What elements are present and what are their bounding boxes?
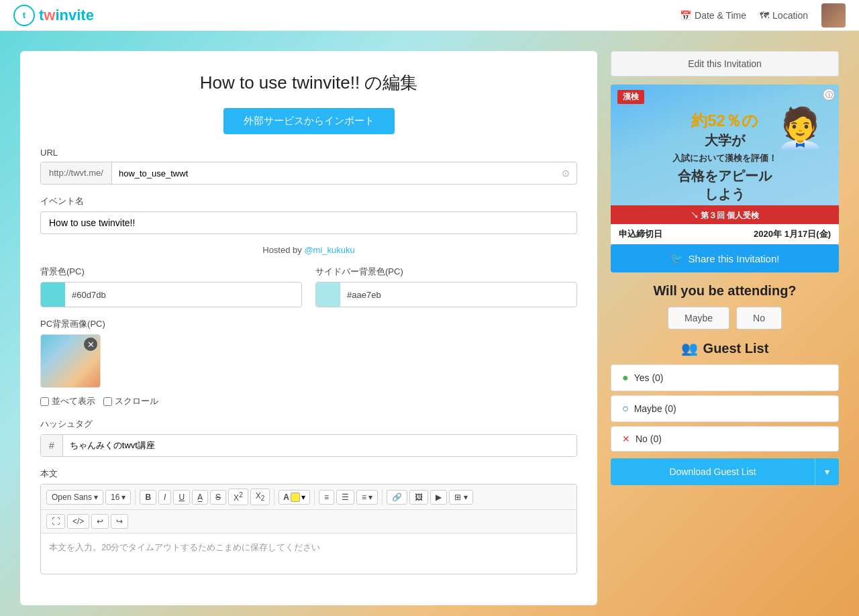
download-guest-list-btn[interactable]: Download Guest List [611, 458, 815, 485]
host-link[interactable]: @mi_kukuku [304, 245, 354, 255]
yes-count: Yes (0) [634, 372, 664, 383]
sidebar-color-value: #aae7eb [340, 285, 388, 305]
highlight-btn[interactable]: A̲ [192, 490, 208, 505]
guest-yes-item: ● Yes (0) [611, 364, 839, 391]
editor-placeholder: 本文を入力。20分でタイムアウトするためこまめに保存してください [49, 542, 320, 552]
undo-btn[interactable]: ↩ [91, 514, 109, 529]
toolbar-sep-2 [274, 489, 274, 505]
bg-image-section: PC背景画像(PC) ✕ 並べて表示 スクロール [40, 318, 577, 407]
download-dropdown-btn[interactable]: ▾ [815, 458, 839, 485]
ad-date: 2020年 1月17日(金) [754, 228, 831, 240]
ad-character: 🧑‍💼 [775, 105, 825, 152]
url-check-icon: ⊙ [555, 162, 576, 184]
color-btn[interactable]: A ▾ [279, 490, 310, 505]
ad-deadline: 申込締切日 [619, 228, 662, 240]
calendar-icon: 📅 [680, 10, 691, 21]
maybe-count: Maybe (0) [634, 403, 676, 414]
main-container: How to use twinvite!! の編集 外部サービスからインポート … [20, 51, 839, 605]
bg-color-swatch[interactable] [41, 283, 65, 307]
avatar[interactable] [821, 3, 846, 28]
video-btn[interactable]: ▶ [430, 490, 447, 505]
editor-toolbar: Open Sans ▾ 16 ▾ B I U A̲ S X2 X2 A [41, 484, 576, 510]
link-btn[interactable]: 🔗 [387, 490, 407, 505]
sidebar-color-swatch[interactable] [316, 283, 340, 307]
bg-image-remove-btn[interactable]: ✕ [84, 338, 97, 351]
left-panel: How to use twinvite!! の編集 外部サービスからインポート … [20, 51, 597, 605]
event-name-label: イベント名 [40, 195, 577, 207]
image-btn[interactable]: 🖼 [409, 490, 428, 505]
sidebar-color-label: サイドバー背景色(PC) [315, 266, 577, 278]
subscript-btn[interactable]: X2 [250, 489, 270, 505]
underline-btn[interactable]: U [173, 490, 190, 505]
font-select[interactable]: Open Sans ▾ [46, 490, 103, 505]
colors-section: 背景色(PC) #60d7db サイドバー背景色(PC) #aae7eb [40, 266, 577, 307]
tile-checkbox-label[interactable]: 並べて表示 [40, 395, 95, 407]
toolbar-sep-4 [382, 489, 383, 505]
map-icon: 🗺 [760, 10, 769, 21]
toolbar-sep-1 [135, 489, 136, 505]
event-name-section: イベント名 [40, 195, 577, 234]
no-count: No (0) [636, 433, 662, 444]
yes-dot: ● [622, 372, 629, 384]
import-button[interactable]: 外部サービスからインポート [223, 108, 395, 134]
url-input[interactable] [112, 162, 555, 184]
size-select[interactable]: 16 ▾ [105, 490, 131, 505]
body-section: 本文 Open Sans ▾ 16 ▾ B I U A̲ S X2 X [40, 468, 577, 574]
download-btn-group: Download Guest List ▾ [611, 458, 839, 485]
page-title: How to use twinvite!! の編集 [40, 71, 577, 95]
italic-btn[interactable]: I [158, 490, 171, 505]
superscript-btn[interactable]: X2 [228, 489, 248, 505]
hashtag-input[interactable] [63, 435, 576, 456]
hosted-by: Hosted by @mi_kukuku [40, 245, 577, 255]
strikethrough-btn[interactable]: S [210, 490, 226, 505]
bg-color-section: 背景色(PC) #60d7db [40, 266, 302, 307]
no-btn[interactable]: No [736, 307, 782, 329]
logo-text: twinvite [39, 7, 94, 24]
bg-image-thumb: ✕ [40, 334, 101, 388]
scroll-checkbox-label[interactable]: スクロール [103, 395, 158, 407]
sidebar-color-section: サイドバー背景色(PC) #aae7eb [315, 266, 577, 307]
twitter-icon: 🐦 [670, 252, 683, 264]
bg-color-input-group: #60d7db [40, 282, 302, 307]
guest-list-title: 👥 Guest List [611, 340, 839, 356]
redo-btn[interactable]: ↪ [111, 514, 128, 529]
hashtag-group: # [40, 434, 577, 457]
edit-invitation-btn[interactable]: Edit this Invitation [611, 51, 839, 76]
event-name-input[interactable] [40, 211, 577, 234]
guest-list-section: 👥 Guest List ● Yes (0) ○ Maybe (0) ✕ No … [611, 340, 839, 485]
align-btn[interactable]: ≡ ▾ [356, 490, 378, 505]
url-label: URL [40, 148, 577, 158]
url-prefix: http://twvt.me/ [41, 162, 112, 184]
ol-btn[interactable]: ☰ [336, 490, 354, 505]
no-dot: ✕ [622, 433, 630, 444]
hashtag-prefix: # [41, 435, 63, 456]
editor-body[interactable]: 本文を入力。20分でタイムアウトするためこまめに保存してください [41, 533, 576, 574]
attending-title: Will you be attending? [611, 283, 839, 299]
nav-datetime[interactable]: 📅 Date & Time [680, 10, 746, 21]
ad-bottom-label: ↘ 第３回 個人受検 [611, 207, 839, 224]
image-options: 並べて表示 スクロール [40, 395, 577, 407]
fullscreen-btn[interactable]: ⛶ [46, 514, 65, 529]
ad-line5: しよう [617, 185, 832, 203]
table-btn[interactable]: ⊞ ▾ [449, 490, 472, 505]
share-btn[interactable]: 🐦 Share this Invitation! [611, 244, 839, 272]
logo-icon: t [13, 5, 35, 26]
bg-color-label: 背景色(PC) [40, 266, 302, 278]
ad-info-btn[interactable]: ⓘ [823, 89, 835, 101]
editor-toolbar-row2: ⛶ </> ↩ ↪ [41, 510, 576, 533]
guest-no-item: ✕ No (0) [611, 426, 839, 452]
ul-btn[interactable]: ≡ [319, 490, 334, 505]
attending-buttons: Maybe No [611, 307, 839, 329]
guests-icon: 👥 [681, 340, 698, 356]
nav-location[interactable]: 🗺 Location [760, 10, 808, 21]
tile-checkbox[interactable] [40, 397, 49, 406]
code-btn[interactable]: </> [67, 514, 89, 529]
bold-btn[interactable]: B [140, 490, 156, 505]
url-section: URL http://twvt.me/ ⊙ [40, 148, 577, 185]
ad-line3: 入試において漢検を評価！ [617, 152, 832, 164]
maybe-btn[interactable]: Maybe [668, 307, 729, 329]
maybe-dot: ○ [622, 403, 629, 415]
ad-banner: ⓘ 漢検 約52％の 大学が 入試において漢検を評価！ 合格をアピール しよう … [611, 85, 839, 244]
body-label: 本文 [40, 468, 577, 480]
scroll-checkbox[interactable] [103, 397, 112, 406]
